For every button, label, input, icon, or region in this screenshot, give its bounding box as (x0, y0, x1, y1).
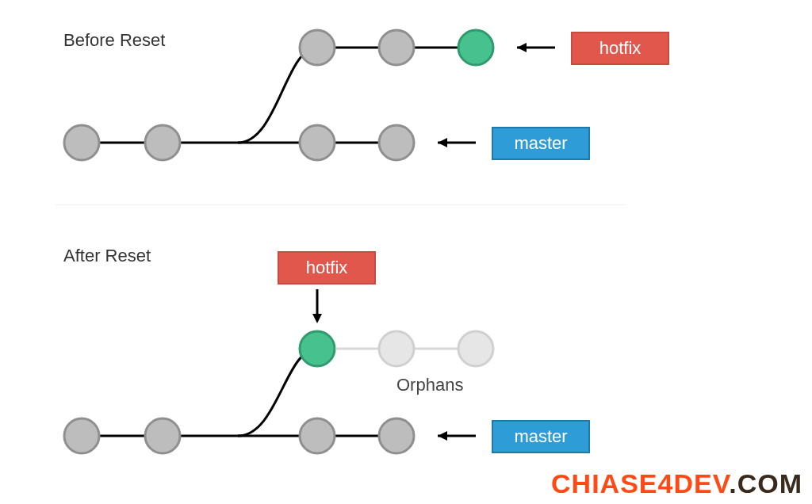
diagram-canvas: Before Reset hotfix master After Reset (0, 0, 812, 504)
commit-node (145, 418, 180, 453)
master-tag-after: master (492, 420, 590, 453)
commit-node (300, 418, 335, 453)
watermark-part1: CHIASE4DEV (551, 468, 729, 498)
hotfix-tag-after: hotfix (278, 251, 376, 284)
arrow-head-icon (438, 431, 447, 441)
watermark: CHIASE4DEV.COM (551, 468, 802, 499)
commit-node (64, 418, 99, 453)
arrow-head-icon (312, 314, 322, 323)
orphans-label: Orphans (396, 375, 463, 395)
orphan-commit-node (458, 331, 493, 366)
watermark-part2: .COM (729, 468, 802, 498)
orphan-commit-node (379, 331, 414, 366)
after-diagram (0, 0, 812, 504)
commit-node-green (300, 331, 335, 366)
commit-node (379, 418, 414, 453)
